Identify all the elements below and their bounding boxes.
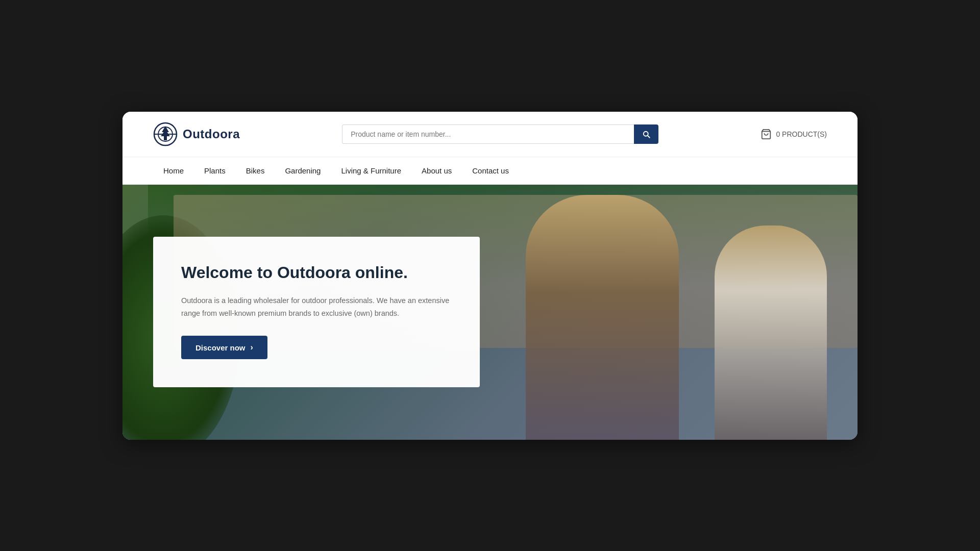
cart-icon [761,129,772,140]
nav-link-gardening[interactable]: Gardening [275,157,331,184]
nav-item-plants[interactable]: Plants [194,157,236,184]
main-nav: Home Plants Bikes Gardening Living & Fur… [122,157,857,185]
hero-title: Welcome to Outdoora online. [181,262,452,284]
nav-link-living-furniture[interactable]: Living & Furniture [331,157,411,184]
site-header: Outdoora 0 PRODUCT(S) [122,112,857,157]
cart-label: 0 PRODUCT(S) [776,130,827,138]
nav-link-about[interactable]: About us [411,157,462,184]
nav-item-bikes[interactable]: Bikes [236,157,275,184]
nav-item-gardening[interactable]: Gardening [275,157,331,184]
discover-now-button[interactable]: Discover now › [181,336,267,359]
nav-list: Home Plants Bikes Gardening Living & Fur… [153,157,827,184]
browser-window: Outdoora 0 PRODUCT(S) Home [122,112,857,440]
brand-name: Outdoora [183,127,240,141]
hero-section: Welcome to Outdoora online. Outdoora is … [122,185,857,440]
search-button[interactable] [634,124,658,144]
hero-description: Outdoora is a leading wholesaler for out… [181,294,452,319]
search-form [342,124,658,144]
search-icon [642,130,651,139]
logo-wrap[interactable]: Outdoora [153,122,240,146]
scene-person-2 [715,226,827,440]
svg-rect-4 [164,136,167,140]
nav-item-home[interactable]: Home [153,157,194,184]
chevron-right-icon: › [251,343,253,352]
cart-area[interactable]: 0 PRODUCT(S) [761,129,827,140]
hero-card: Welcome to Outdoora online. Outdoora is … [153,237,480,388]
nav-item-about[interactable]: About us [411,157,462,184]
svg-marker-3 [161,130,170,136]
nav-link-bikes[interactable]: Bikes [236,157,275,184]
nav-link-plants[interactable]: Plants [194,157,236,184]
nav-link-home[interactable]: Home [153,157,194,184]
nav-item-living-furniture[interactable]: Living & Furniture [331,157,411,184]
brand-logo-icon [153,122,178,146]
discover-btn-label: Discover now [195,343,246,352]
search-input[interactable] [342,124,634,144]
scene-person-1 [526,195,679,440]
nav-link-contact[interactable]: Contact us [462,157,519,184]
nav-item-contact[interactable]: Contact us [462,157,519,184]
